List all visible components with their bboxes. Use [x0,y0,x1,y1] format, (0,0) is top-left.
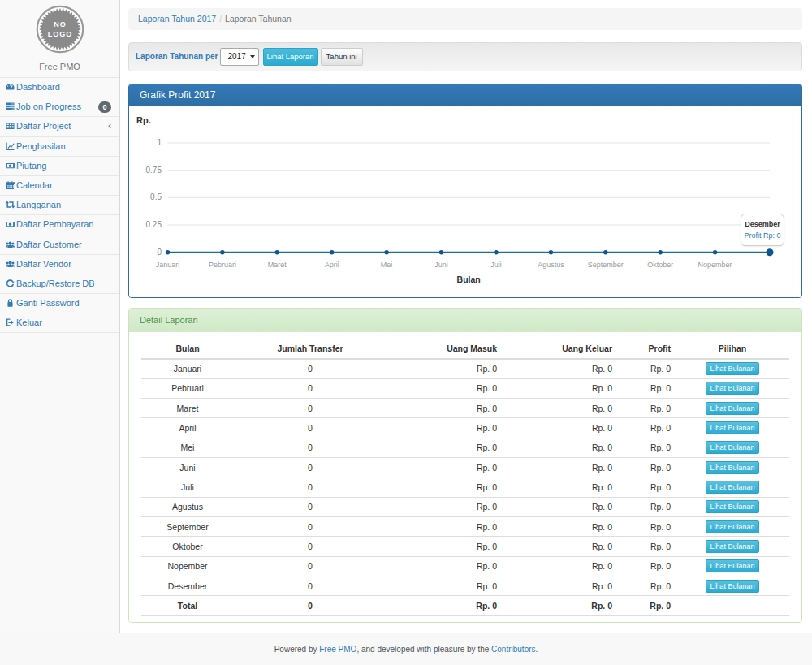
svg-text:LOGO: LOGO [47,30,72,38]
svg-text:NO: NO [54,20,67,28]
